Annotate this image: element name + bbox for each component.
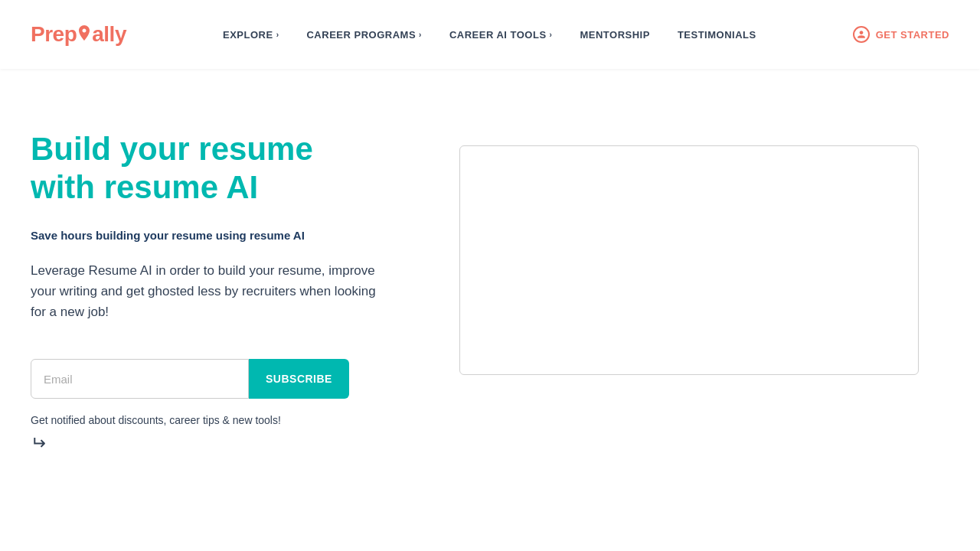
notify-text: Get notified about discounts, career tip… <box>31 414 383 426</box>
navbar: Prep ally EXPLORE › CAREER PROGRAMS › CA… <box>0 0 980 69</box>
logo[interactable]: Prep ally <box>31 22 126 47</box>
hero-image-area <box>429 130 949 375</box>
nav-item-career-ai-tools[interactable]: CAREER AI TOOLS › <box>449 29 553 41</box>
hero-body: Leverage Resume AI in order to build you… <box>31 260 383 323</box>
hero-section: Build your resume with resume AI Save ho… <box>31 130 383 454</box>
nav-link-mentorship[interactable]: MENTORSHIP <box>580 29 649 41</box>
nav-item-explore[interactable]: EXPLORE › <box>223 29 279 41</box>
main-content: Build your resume with resume AI Save ho… <box>0 69 980 484</box>
subscribe-button[interactable]: SUBSCRIBE <box>249 359 349 399</box>
user-icon <box>853 26 870 43</box>
hero-image-placeholder <box>459 145 919 375</box>
email-form: SUBSCRIBE <box>31 359 383 399</box>
hero-subtitle: Save hours building your resume using re… <box>31 229 383 242</box>
nav-item-mentorship[interactable]: MENTORSHIP <box>580 29 649 41</box>
chevron-down-icon: › <box>419 31 422 39</box>
nav-menu: EXPLORE › CAREER PROGRAMS › CAREER AI TO… <box>223 29 756 41</box>
curl-arrow-icon: ↵ <box>31 432 46 454</box>
get-started-button[interactable]: GET STARTED <box>853 26 949 43</box>
nav-link-testimonials[interactable]: TESTIMONIALS <box>678 29 756 41</box>
email-field[interactable] <box>31 359 249 399</box>
nav-item-testimonials[interactable]: TESTIMONIALS <box>678 29 756 41</box>
nav-link-career-programs[interactable]: CAREER PROGRAMS › <box>306 29 421 41</box>
nav-item-career-programs[interactable]: CAREER PROGRAMS › <box>306 29 421 41</box>
nav-link-career-ai-tools[interactable]: CAREER AI TOOLS › <box>449 29 553 41</box>
chevron-down-icon: › <box>550 31 553 39</box>
logo-pin-icon <box>77 25 91 42</box>
chevron-down-icon: › <box>276 31 279 39</box>
logo-text: Prep ally <box>31 22 126 47</box>
hero-title: Build your resume with resume AI <box>31 130 383 207</box>
nav-link-explore[interactable]: EXPLORE › <box>223 29 279 41</box>
